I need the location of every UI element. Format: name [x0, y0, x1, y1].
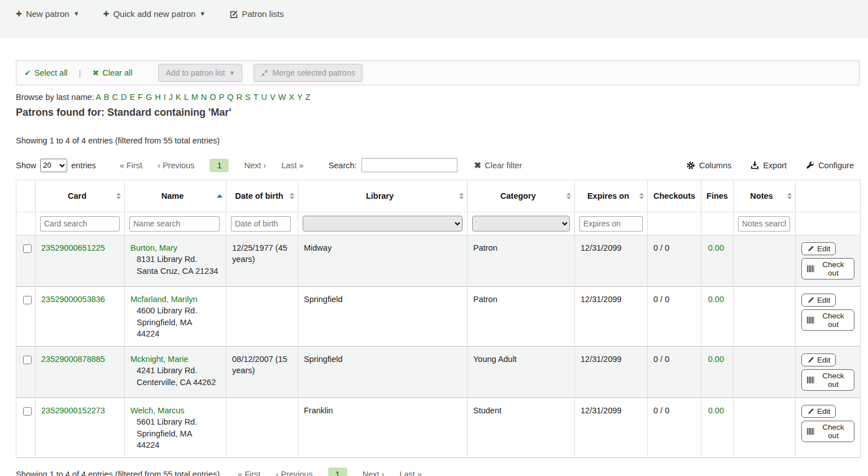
column-header-category[interactable]: Category	[468, 180, 575, 212]
pagination-previous[interactable]: ‹ Previous	[158, 161, 194, 170]
column-header-name[interactable]: Name	[125, 180, 226, 212]
add-to-patron-list-button[interactable]: Add to patron list ▼	[158, 64, 242, 82]
letter-link-F[interactable]: F	[138, 93, 143, 102]
library-cell: Franklin	[298, 398, 468, 458]
column-header-expires[interactable]: Expires on	[575, 180, 648, 212]
pagination-first[interactable]: « First	[120, 161, 142, 170]
page-size-select[interactable]: 20	[40, 159, 67, 172]
card-number-link[interactable]: 23529000152273	[41, 406, 105, 415]
letter-link-M[interactable]: M	[191, 93, 198, 102]
column-header-library[interactable]: Library	[298, 180, 468, 212]
pagination-first[interactable]: « First	[238, 470, 260, 476]
letter-link-W[interactable]: W	[278, 93, 286, 102]
letter-link-X[interactable]: X	[289, 93, 294, 102]
check-out-button[interactable]: Check out	[801, 258, 854, 280]
check-out-button[interactable]: Check out	[801, 309, 854, 331]
patron-lists-button[interactable]: Patron lists	[229, 9, 283, 19]
barcode-icon	[807, 428, 814, 435]
letter-link-H[interactable]: H	[155, 93, 160, 102]
name-cell: Mcfarland, Marilyn4600 Library Rd.Spring…	[125, 287, 226, 347]
letter-link-Y[interactable]: Y	[297, 93, 303, 102]
browse-label: Browse by last name:	[16, 93, 94, 102]
column-label: Checkouts	[653, 191, 695, 200]
letter-link-R[interactable]: R	[237, 93, 242, 102]
sort-asc-icon[interactable]	[217, 194, 223, 198]
letter-link-O[interactable]: O	[210, 93, 216, 102]
table-search-input[interactable]	[361, 158, 457, 172]
letter-link-P[interactable]: P	[219, 93, 225, 102]
row-checkbox[interactable]	[23, 356, 32, 364]
card-number-link[interactable]: 23529000053836	[41, 295, 105, 304]
pagination-current-page[interactable]: 1	[210, 159, 229, 172]
sort-icon[interactable]	[639, 193, 644, 199]
clear-all-button[interactable]: ✖ Clear all	[92, 68, 132, 77]
letter-link-G[interactable]: G	[146, 93, 152, 102]
pagination-previous[interactable]: ‹ Previous	[276, 470, 312, 476]
new-patron-button[interactable]: ✚ New patron ▼	[16, 9, 80, 19]
pagination-top: « First ‹ Previous 1 Next › Last »	[120, 159, 304, 172]
checkouts-cell: 0 / 0	[648, 398, 701, 458]
card-number-link[interactable]: 23529000651225	[41, 243, 105, 252]
letter-link-E[interactable]: E	[129, 93, 135, 102]
row-checkbox[interactable]	[23, 296, 32, 304]
quick-add-new-patron-button[interactable]: ✚ Quick add new patron ▼	[103, 9, 206, 19]
export-button[interactable]: Export	[751, 161, 787, 170]
pagination-last[interactable]: Last »	[281, 161, 304, 170]
patron-name-link[interactable]: Mcfarland, Marilyn	[130, 295, 197, 304]
letter-link-S[interactable]: S	[245, 93, 251, 102]
patron-name-link[interactable]: Welch, Marcus	[130, 406, 185, 415]
expires-filter-input[interactable]	[579, 216, 643, 232]
patron-name-link[interactable]: Burton, Mary	[130, 243, 177, 252]
clear-filter-button[interactable]: ✖ Clear filter	[474, 160, 522, 171]
pagination-current-page[interactable]: 1	[328, 468, 347, 476]
letter-link-Z[interactable]: Z	[306, 93, 311, 102]
edit-button[interactable]: Edit	[801, 405, 836, 418]
letter-link-A[interactable]: A	[95, 93, 101, 102]
dob-filter-input[interactable]	[231, 216, 291, 232]
category-filter-select[interactable]	[472, 216, 570, 232]
row-checkbox[interactable]	[23, 244, 32, 253]
configure-button[interactable]: Configure	[806, 161, 854, 170]
row-checkbox[interactable]	[23, 407, 32, 416]
letter-link-J[interactable]: J	[169, 93, 173, 102]
card-filter-input[interactable]	[40, 216, 120, 232]
letter-link-T[interactable]: T	[254, 93, 259, 102]
sort-icon[interactable]	[787, 193, 792, 199]
edit-button[interactable]: Edit	[801, 294, 836, 307]
letter-link-L[interactable]: L	[184, 93, 189, 102]
check-out-button[interactable]: Check out	[801, 421, 854, 442]
letter-link-D[interactable]: D	[121, 93, 127, 102]
column-header-card[interactable]: Card	[36, 180, 125, 212]
sort-icon[interactable]	[566, 193, 571, 199]
notes-filter-input[interactable]	[738, 216, 790, 232]
letter-link-N[interactable]: N	[201, 93, 207, 102]
check-out-button[interactable]: Check out	[801, 369, 854, 391]
sort-icon[interactable]	[290, 193, 294, 199]
letter-link-C[interactable]: C	[112, 93, 117, 102]
entries-label: entries	[71, 161, 96, 170]
sort-icon[interactable]	[459, 193, 464, 199]
pagination-next[interactable]: Next ›	[363, 470, 385, 476]
card-number-link[interactable]: 23529000878885	[41, 355, 105, 364]
library-cell: Midway	[298, 235, 468, 287]
pagination-last[interactable]: Last »	[399, 470, 422, 476]
sort-icon[interactable]	[116, 193, 121, 199]
card-cell: 23529000053836	[36, 287, 125, 347]
edit-button[interactable]: Edit	[801, 242, 836, 255]
letter-link-K[interactable]: K	[176, 93, 181, 102]
name-filter-input[interactable]	[129, 216, 220, 232]
edit-button[interactable]: Edit	[801, 353, 836, 366]
library-filter-select[interactable]	[303, 216, 463, 232]
letter-link-V[interactable]: V	[270, 93, 276, 102]
pagination-next[interactable]: Next ›	[244, 161, 266, 170]
letter-link-I[interactable]: I	[164, 93, 166, 102]
letter-link-B[interactable]: B	[104, 93, 110, 102]
column-header-notes[interactable]: Notes	[734, 180, 796, 212]
letter-link-U[interactable]: U	[261, 93, 267, 102]
patron-name-link[interactable]: Mcknight, Marie	[130, 355, 188, 364]
merge-selected-patrons-button[interactable]: Merge selected patrons	[254, 64, 362, 82]
letter-link-Q[interactable]: Q	[227, 93, 233, 102]
select-all-button[interactable]: ✔ Select all	[24, 68, 68, 77]
columns-button[interactable]: Columns	[686, 161, 731, 170]
column-header-dob[interactable]: Date of birth	[226, 180, 298, 212]
